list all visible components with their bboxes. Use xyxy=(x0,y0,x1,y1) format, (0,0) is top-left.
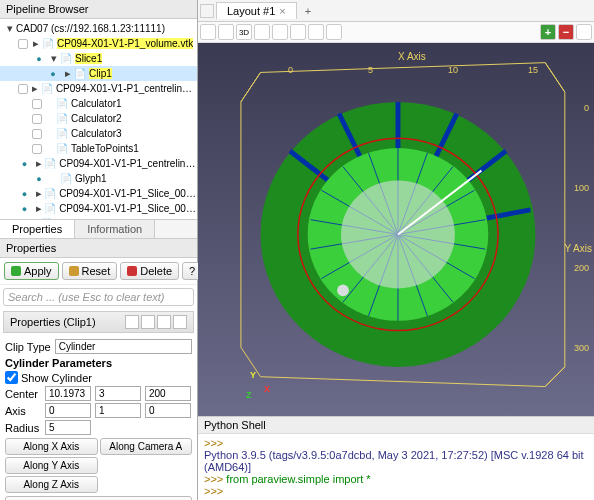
along-z-button[interactable]: Along Z Axis xyxy=(5,476,98,493)
tree-item[interactable]: Calculator3 xyxy=(0,126,197,141)
tab-information[interactable]: Information xyxy=(75,220,155,238)
center-label: Center xyxy=(5,388,41,400)
copy-icon[interactable] xyxy=(125,315,139,329)
render-view[interactable]: X Axis Y Axis 0 5 10 15 0 100 200 300 X … xyxy=(198,43,594,416)
tick: 0 xyxy=(288,65,293,75)
tree-item[interactable]: Calculator2 xyxy=(0,111,197,126)
file-icon xyxy=(44,158,56,170)
toolbar-btn-6[interactable] xyxy=(290,24,306,40)
toolbar-btn-7[interactable] xyxy=(308,24,324,40)
tree-item[interactable]: TableToPoints1 xyxy=(0,141,197,156)
tick: 15 xyxy=(528,65,538,75)
tree-twisty-icon[interactable] xyxy=(44,98,56,110)
visibility-icon[interactable] xyxy=(32,129,42,139)
tree-item[interactable]: ▸CP094-X01-V1-P1_centreline.vtp xyxy=(0,156,197,171)
tree-twisty-icon[interactable]: ▸ xyxy=(30,38,42,50)
along-y-button[interactable]: Along Y Axis xyxy=(5,457,98,474)
search-input[interactable]: Search ... (use Esc to clear text) xyxy=(3,288,194,306)
tree-item[interactable]: ▸CP094-X01-V1-P1_Slice_000.vtu xyxy=(0,186,197,201)
radius-label: Radius xyxy=(5,422,41,434)
tree-twisty-icon[interactable]: ▾ xyxy=(48,53,60,65)
tree-twisty-icon[interactable]: ▸ xyxy=(30,83,41,95)
tree-item[interactable]: Glyph1 xyxy=(0,171,197,186)
file-icon xyxy=(56,143,68,155)
visibility-icon[interactable] xyxy=(18,84,28,94)
toolbar-btn-1[interactable] xyxy=(200,24,216,40)
reset-camera-axis-button[interactable]: Reset Camera to Axis xyxy=(5,496,192,500)
tree-label: Calculator3 xyxy=(71,128,122,139)
save-icon[interactable] xyxy=(157,315,171,329)
tree-label: Clip1 xyxy=(89,68,112,79)
visibility-icon[interactable] xyxy=(18,39,28,49)
tree-root[interactable]: CAD07 (cs://192.168.1.23:11111) xyxy=(16,23,165,34)
file-icon xyxy=(56,113,68,125)
tree-item[interactable]: Calculator1 xyxy=(0,96,197,111)
tree-item[interactable]: ▸CP094-X01-V1-P1_centreline.csv xyxy=(0,81,197,96)
toolbar-3d-button[interactable]: 3D xyxy=(236,24,252,40)
center-y-input[interactable] xyxy=(95,386,141,401)
axis-x-input[interactable] xyxy=(45,403,91,418)
section-properties-clip1[interactable]: Properties (Clip1) xyxy=(3,311,194,333)
tree-twisty-icon[interactable] xyxy=(48,173,60,185)
add-layout-button[interactable]: + xyxy=(299,5,317,17)
show-cylinder-checkbox[interactable] xyxy=(5,371,18,384)
radius-input[interactable] xyxy=(45,420,91,435)
visibility-icon[interactable] xyxy=(32,173,46,185)
close-tab-icon[interactable]: × xyxy=(279,5,285,17)
add-source-button[interactable]: + xyxy=(540,24,556,40)
toolbar-btn-5[interactable] xyxy=(272,24,288,40)
tree-item[interactable]: ▾Slice1 xyxy=(0,51,197,66)
remove-source-button[interactable]: − xyxy=(558,24,574,40)
toolbar-btn-8[interactable] xyxy=(326,24,342,40)
visibility-icon[interactable] xyxy=(32,114,42,124)
show-cylinder-label: Show Cylinder xyxy=(21,372,92,384)
python-shell[interactable]: Python Shell >>> Python 3.9.5 (tags/v3.9… xyxy=(198,416,594,500)
clip-type-label: Clip Type xyxy=(5,341,51,353)
advanced-icon[interactable] xyxy=(173,315,187,329)
visibility-icon[interactable] xyxy=(18,158,31,170)
visibility-icon[interactable] xyxy=(18,188,31,200)
visibility-icon[interactable] xyxy=(32,144,42,154)
visibility-icon[interactable] xyxy=(18,203,31,215)
axis-z-input[interactable] xyxy=(145,403,191,418)
reset-icon xyxy=(69,266,79,276)
tree-item[interactable]: ▸CP094-X01-V1-P1_volume.vtk xyxy=(0,36,197,51)
delete-button[interactable]: Delete xyxy=(120,262,179,280)
tree-twisty-icon[interactable] xyxy=(44,128,56,140)
tree-label: TableToPoints1 xyxy=(71,143,139,154)
tree-item[interactable]: ▸CP094-X01-V1-P1_Slice_001.vtu xyxy=(0,201,197,216)
toolbar-btn-4[interactable] xyxy=(254,24,270,40)
toolbar-btn-2[interactable] xyxy=(218,24,234,40)
visibility-icon[interactable] xyxy=(46,68,60,80)
pipeline-tree[interactable]: ▾CAD07 (cs://192.168.1.23:11111)▸CP094-X… xyxy=(0,19,197,219)
tree-item[interactable]: ▸Clip1 xyxy=(0,66,197,81)
layout-tab[interactable]: Layout #1× xyxy=(216,2,297,19)
clip-type-select[interactable] xyxy=(55,339,192,354)
svg-point-33 xyxy=(337,284,349,296)
along-x-button[interactable]: Along X Axis xyxy=(5,438,98,455)
pipeline-title: Pipeline Browser xyxy=(0,0,197,19)
tab-properties[interactable]: Properties xyxy=(0,220,75,238)
apply-button[interactable]: Apply xyxy=(4,262,59,280)
props-tabs: Properties Information xyxy=(0,219,197,239)
center-z-input[interactable] xyxy=(145,386,191,401)
orientation-triad[interactable]: X Y Z xyxy=(242,374,272,404)
tree-twisty-icon[interactable] xyxy=(44,143,56,155)
along-camera-button[interactable]: Along Camera A xyxy=(100,438,193,455)
reset-button[interactable]: Reset xyxy=(62,262,118,280)
visibility-icon[interactable] xyxy=(32,99,42,109)
toolbar-btn-last[interactable] xyxy=(576,24,592,40)
tick: 10 xyxy=(448,65,458,75)
axis-y-input[interactable] xyxy=(95,403,141,418)
tree-twisty-icon[interactable]: ▸ xyxy=(33,188,44,200)
tree-twisty-icon[interactable]: ▸ xyxy=(33,158,44,170)
tree-twisty-icon[interactable]: ▸ xyxy=(33,203,44,215)
layout-icon[interactable] xyxy=(200,4,214,18)
file-icon xyxy=(56,98,68,110)
visibility-icon[interactable] xyxy=(32,53,46,65)
restore-icon[interactable] xyxy=(141,315,155,329)
center-x-input[interactable] xyxy=(45,386,91,401)
tick: 300 xyxy=(574,343,589,353)
tree-twisty-icon[interactable] xyxy=(44,113,56,125)
tree-twisty-icon[interactable]: ▸ xyxy=(62,68,74,80)
